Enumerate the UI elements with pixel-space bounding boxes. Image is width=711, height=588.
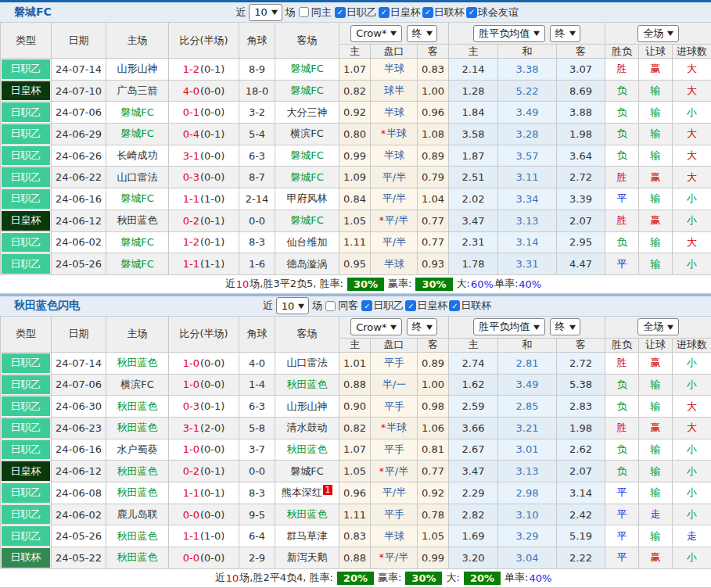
stats-footer: 近10场,胜2平4负4, 胜率:20%赢率:30%大:20%单率:40% xyxy=(0,569,711,587)
match-row: 日皇杯 24-07-10 广岛三箭 4-0(0-0) 18-0 磐城FC 0.8… xyxy=(0,81,711,102)
eu-stage-select[interactable]: 终▼ xyxy=(550,25,580,42)
away-team: 秋田蓝色 xyxy=(275,439,339,461)
halftime-score: (0-0) xyxy=(200,378,224,390)
match-date: 24-06-30 xyxy=(52,396,106,418)
league-filter-checkbox[interactable]: ✓日职乙 xyxy=(335,5,377,20)
eu-home-odds: 3.47 xyxy=(449,210,498,232)
handicap-result-cell: 输 xyxy=(639,81,673,102)
league-type-badge: 日皇杯 xyxy=(2,81,50,101)
recent-count-select[interactable]: 10▼ xyxy=(249,4,282,21)
league-filter-checkbox[interactable]: ✓球会友谊 xyxy=(466,5,519,20)
goals-result-cell: 走 xyxy=(673,525,711,547)
same-venue-checkbox[interactable]: 同主 xyxy=(299,5,332,20)
asia-stage-select[interactable]: 终▼ xyxy=(407,25,437,42)
league-type-cell: 日皇杯 xyxy=(1,210,52,232)
fulltime-score: 1-1 xyxy=(183,193,199,205)
asia-away-odds: 0.81 xyxy=(418,439,449,461)
select-value: 胜平负均值 xyxy=(479,27,530,41)
home-team: 秋田蓝色 xyxy=(106,525,169,547)
bookmaker-select[interactable]: Crow*▼ xyxy=(350,318,401,335)
result-cell: 负 xyxy=(605,461,639,482)
select-value: 终 xyxy=(412,320,422,334)
chevron-down-icon: ▼ xyxy=(667,30,673,37)
goals-result-cell: 小 xyxy=(673,210,711,232)
recent-count-select[interactable]: 10▼ xyxy=(276,297,310,314)
asia-stage-select[interactable]: 终▼ xyxy=(407,318,437,335)
fulltime-score: 1-1 xyxy=(183,487,199,499)
goals-result-cell: 小 xyxy=(673,547,711,569)
league-filter-checkbox[interactable]: ✓日皇杯 xyxy=(405,299,447,313)
bookmaker-select[interactable]: Crow*▼ xyxy=(350,25,401,42)
away-team: 磐城FC xyxy=(275,461,339,482)
asia-handicap-line: *平/半 xyxy=(371,547,418,569)
checkbox-checked-icon[interactable]: ✓ xyxy=(466,7,477,18)
league-filter-checkbox[interactable]: ✓日联杯 xyxy=(449,299,491,313)
asia-away-odds: 1.08 xyxy=(418,124,449,145)
asia-handicap-line: *半球 xyxy=(371,418,418,439)
games-label: 场 xyxy=(312,299,322,313)
match-row: 日职乙 24-06-26 长崎成功 3-1(0-0) 6-3 磐城FC 0.99… xyxy=(0,145,711,167)
halftime-score: (0-1) xyxy=(200,215,224,227)
eu-stage-select[interactable]: 终▼ xyxy=(550,318,580,335)
match-scope-select[interactable]: 全场▼ xyxy=(637,25,678,42)
checkbox-checked-icon[interactable]: ✓ xyxy=(379,7,390,18)
league-filter-checkbox[interactable]: ✓日皇杯 xyxy=(379,5,421,20)
eu-home-odds: 2.02 xyxy=(449,188,498,210)
handicap-result-cell: 走 xyxy=(639,504,673,526)
eu-away-odds: 2.07 xyxy=(557,210,605,232)
subheader-asia-home: 主 xyxy=(339,45,371,59)
goals-result-cell: 大 xyxy=(673,167,711,188)
checkbox-checked-icon[interactable]: ✓ xyxy=(405,300,416,311)
match-date: 24-06-02 xyxy=(52,504,106,526)
match-date: 24-06-12 xyxy=(52,210,106,232)
match-scope-select[interactable]: 全场▼ xyxy=(637,318,678,335)
result-cell: 负 xyxy=(605,375,639,396)
handicap-line-text: 半/一 xyxy=(382,378,406,392)
league-type-cell: 日职乙 xyxy=(1,124,52,145)
halftime-score: (0-0) xyxy=(200,106,224,118)
checkbox-unchecked-icon[interactable] xyxy=(299,7,309,17)
asia-home-odds: 0.82 xyxy=(339,418,371,439)
corner-score: 1-6 xyxy=(239,253,275,275)
checkbox-checked-icon[interactable]: ✓ xyxy=(335,7,346,18)
corner-score: 5-8 xyxy=(239,418,275,439)
match-score: 4-0(0-0) xyxy=(169,81,239,102)
league-type-cell: 日职乙 xyxy=(1,145,52,167)
home-team: 长崎成功 xyxy=(106,145,169,167)
select-value: 全场 xyxy=(643,320,663,334)
league-type-cell: 日职乙 xyxy=(1,353,52,375)
handicap-line-text: 半球 xyxy=(384,62,404,76)
league-filter-checkbox[interactable]: ✓日联杯 xyxy=(422,5,465,20)
eu-home-odds: 2.29 xyxy=(449,482,498,504)
league-filters: ✓日职乙 ✓日皇杯 ✓日联杯 xyxy=(361,299,491,313)
checkbox-checked-icon[interactable]: ✓ xyxy=(449,300,460,311)
halftime-score: (0-0) xyxy=(200,443,224,455)
checkbox-checked-icon[interactable]: ✓ xyxy=(422,7,433,18)
match-row: 日职乙 24-06-16 水户蜀葵 1-0(0-0) 3-7 秋田蓝色 1.07… xyxy=(0,439,711,461)
eu-avg-select[interactable]: 胜平负均值▼ xyxy=(473,318,544,335)
select-value: 终 xyxy=(555,320,566,334)
footer-text: 近 xyxy=(225,277,235,291)
away-team: 熊本深红1 xyxy=(275,482,339,504)
league-filter-checkbox[interactable]: ✓日职乙 xyxy=(361,299,404,313)
asia-handicap-line: 平/半 xyxy=(371,167,418,188)
eu-avg-select[interactable]: 胜平负均值▼ xyxy=(473,25,544,42)
corner-score: 0-0 xyxy=(239,461,275,482)
asia-away-odds: 1.00 xyxy=(418,375,449,396)
asia-home-odds: 0.92 xyxy=(339,102,371,124)
result-cell: 平 xyxy=(605,253,639,275)
eu-away-odds: 2.07 xyxy=(557,461,605,482)
footer-text: 40% xyxy=(519,278,541,290)
checkbox-checked-icon[interactable]: ✓ xyxy=(361,300,372,311)
eu-home-odds: 3.20 xyxy=(449,547,498,569)
fulltime-score: 4-0 xyxy=(183,85,199,97)
subheader-result: 胜负 xyxy=(605,45,639,59)
away-team: 山形山神 xyxy=(275,396,339,418)
same-venue-checkbox[interactable]: 同客 xyxy=(325,299,358,313)
recent-label: 近 xyxy=(235,5,246,20)
asia-home-odds: 1.07 xyxy=(339,439,371,461)
select-value: 胜平负均值 xyxy=(479,320,530,334)
asia-home-odds: 1.05 xyxy=(339,210,371,232)
footer-text: 场,胜2平4负4, 胜率: xyxy=(239,571,333,585)
checkbox-unchecked-icon[interactable] xyxy=(325,301,336,311)
